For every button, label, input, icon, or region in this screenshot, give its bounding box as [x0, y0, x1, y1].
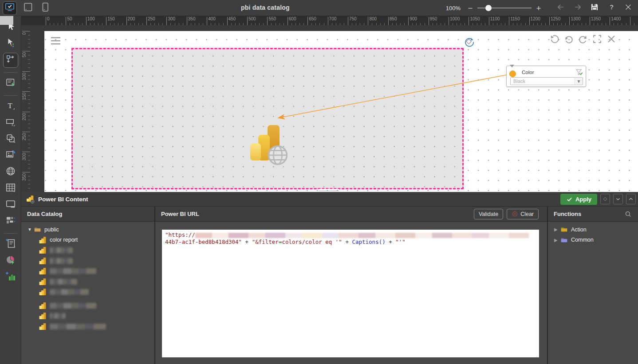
search-icon[interactable]: [624, 210, 632, 218]
close-x-icon: [624, 3, 633, 13]
tree-item-redacted[interactable]: [21, 277, 154, 287]
ruler-tick: [28, 156, 30, 156]
ruler-tick: [28, 128, 30, 128]
ruler-label: 550: [268, 16, 276, 21]
textbox-tool-button[interactable]: T: [3, 115, 18, 130]
image-tool-button[interactable]: [3, 148, 18, 163]
device-tablet-button[interactable]: [22, 2, 34, 14]
chart-tool-button[interactable]: [3, 253, 18, 268]
color-value-dropdown[interactable]: Black ▼: [510, 77, 583, 85]
add-form-tool-button[interactable]: [3, 237, 18, 252]
tree-item-label: color report: [50, 237, 78, 243]
validate-button[interactable]: Validate: [474, 209, 503, 219]
clear-button[interactable]: Clear: [507, 209, 539, 219]
zoom-in-button[interactable]: +: [535, 4, 542, 12]
tree-item-public[interactable]: ▼public: [21, 224, 154, 235]
tree-item-redacted[interactable]: [21, 301, 154, 311]
ruler-label: 850: [390, 16, 397, 21]
save-button[interactable]: [589, 3, 600, 13]
filter-check-icon[interactable]: [575, 68, 583, 76]
device-monitor-button[interactable]: [3, 1, 17, 15]
undo-button[interactable]: [563, 35, 574, 45]
forward-button[interactable]: [572, 3, 583, 13]
canvas-action-bar: [549, 35, 617, 45]
color-filter-control[interactable]: Color Black ▼: [506, 66, 586, 87]
ruler-tick: [22, 91, 30, 92]
code-token: Captions(): [352, 239, 385, 245]
ruler-label: 1000: [450, 16, 460, 21]
textbox-icon: T: [5, 117, 16, 129]
caret-right-icon[interactable]: ▶: [554, 238, 560, 243]
help-button[interactable]: ?: [606, 3, 617, 13]
tree-item-Action[interactable]: ▶Action: [548, 224, 638, 235]
panel-header: Power BI Content Apply: [21, 192, 638, 207]
reset-view-button[interactable]: [549, 35, 560, 45]
fullscreen-button[interactable]: [592, 35, 603, 45]
ruler-label: 700: [329, 16, 337, 21]
ruler-tick: [22, 31, 30, 31]
tree-item-redacted[interactable]: [21, 266, 154, 277]
tree-item-Common[interactable]: ▶Common: [548, 235, 638, 246]
close-editor-button[interactable]: [606, 35, 617, 45]
ruler-tick: [28, 39, 30, 39]
ruler-tick: [449, 17, 449, 25]
selected-browser-element[interactable]: [71, 48, 464, 189]
check-icon: [566, 196, 573, 203]
close-window-button[interactable]: [623, 3, 634, 13]
apply-button[interactable]: Apply: [560, 194, 597, 205]
zoom-slider-thumb[interactable]: [485, 5, 492, 11]
redo-button[interactable]: [578, 35, 588, 45]
code-token: 44b7-ac1f-bed8b418d304": [165, 239, 242, 245]
layout-grid-tool-button[interactable]: [3, 214, 18, 229]
pbi-report-icon: [39, 267, 47, 275]
browser-tool-button[interactable]: [3, 164, 18, 180]
shape-tool-button[interactable]: [3, 132, 18, 147]
browser-icon: [5, 166, 16, 178]
tree-item-redacted[interactable]: [21, 256, 154, 266]
text-tool-button[interactable]: T: [3, 99, 18, 114]
rotate-refresh-button[interactable]: [463, 36, 475, 47]
add-chart-tool-button[interactable]: [3, 270, 18, 285]
form-control-tool-button[interactable]: [3, 76, 18, 91]
ruler-label: 900: [410, 16, 417, 21]
zoom-out-button[interactable]: −: [467, 4, 474, 12]
panel-resize-grip[interactable]: [319, 189, 339, 191]
redacted-label: [50, 258, 73, 264]
tree-item-redacted[interactable]: [21, 245, 154, 256]
code-line: "https://: [165, 231, 536, 239]
ruler-label: 600: [289, 16, 296, 21]
tree-item-label: Common: [571, 237, 594, 243]
url-code-editor[interactable]: "https://44b7-ac1f-bed8b418d304" + "&fil…: [162, 230, 539, 357]
zoom-level: 100%: [446, 5, 461, 12]
panel-tool-button[interactable]: [3, 197, 18, 212]
ruler-label: 500: [248, 16, 256, 21]
ruler-tick: [509, 17, 509, 25]
connector-anchor-dot[interactable]: [509, 70, 516, 77]
ruler-tick: [28, 79, 30, 80]
zoom-slider[interactable]: [477, 5, 532, 11]
collapse-panel-button[interactable]: [613, 194, 623, 204]
tree-item-redacted[interactable]: [21, 287, 154, 297]
tree-item-label: public: [44, 227, 59, 233]
device-switcher: [3, 1, 51, 15]
caret-down-icon[interactable]: ▼: [28, 227, 34, 232]
table-tool-button[interactable]: [3, 181, 18, 196]
expand-panel-button[interactable]: [626, 194, 636, 204]
ruler-tick: [28, 160, 30, 160]
back-button[interactable]: [555, 3, 566, 13]
tree-item-redacted[interactable]: [21, 321, 154, 332]
tree-item-color-report[interactable]: color report: [21, 235, 154, 246]
tree-item-redacted[interactable]: [21, 311, 154, 321]
panel-title: Power BI Content: [38, 196, 560, 203]
multi-select-tool-button[interactable]: [3, 36, 18, 51]
connector-tool-button[interactable]: [3, 53, 18, 68]
device-phone-button[interactable]: [39, 2, 51, 14]
design-canvas[interactable]: Color Black ▼: [44, 31, 638, 192]
fullscreen-icon: [592, 34, 603, 46]
chevron-down-icon[interactable]: ▼: [575, 78, 583, 85]
canvas-menu-button[interactable]: [50, 36, 61, 46]
caret-right-icon[interactable]: ▶: [554, 227, 560, 232]
pin-diamond-button[interactable]: [600, 194, 610, 204]
table-icon: [5, 182, 16, 195]
ruler-label: 250: [148, 16, 155, 21]
